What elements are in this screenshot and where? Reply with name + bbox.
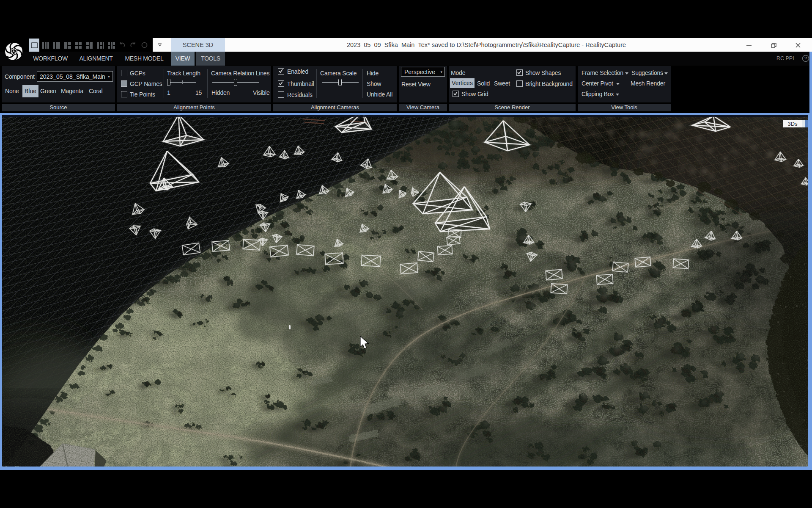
svg-text:3Ds: 3Ds bbox=[787, 121, 798, 127]
svg-text:?: ? bbox=[804, 56, 807, 61]
